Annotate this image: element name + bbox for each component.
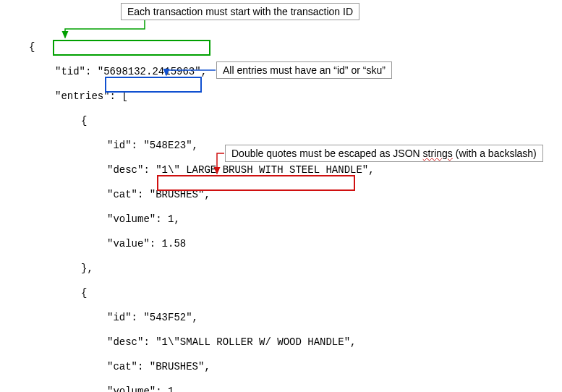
code-desc-key: "desc": [107, 336, 156, 348]
annotation-escape-suffix: (with a backslash) [453, 148, 537, 159]
code-line: "entries": [ [29, 90, 375, 103]
code-line: "desc": "1\" LARGE BRUSH WITH STEEL HAND… [29, 164, 375, 176]
code-line: "volume": 1, [29, 385, 375, 392]
json-code-block: { "tid": "5698132.2415963", "entries": [… [29, 29, 375, 392]
code-line: "cat": "BRUSHES", [29, 361, 375, 373]
annotation-tid: Each transaction must start with the tra… [121, 3, 359, 20]
code-line: "id": "543F52", [29, 312, 375, 324]
code-line: { [29, 115, 375, 127]
code-line: { [29, 287, 375, 299]
code-line: { [29, 41, 375, 54]
code-line: }, [29, 263, 375, 275]
code-line: "value": 1.58 [29, 238, 375, 250]
code-line-tid: "tid": "5698132.2415963", [29, 66, 375, 78]
annotation-escape-squiggle: strings [423, 148, 453, 159]
code-line: "cat": "BRUSHES", [29, 189, 375, 201]
code-line-id: "id": "548E23", [29, 140, 375, 152]
diagram-canvas: Each transaction must start with the tra… [0, 0, 562, 392]
code-line: "volume": 1, [29, 213, 375, 226]
code-desc-value: "1\"SMALL ROLLER W/ WOOD HANDLE", [156, 336, 356, 348]
code-line-desc: "desc": "1\"SMALL ROLLER W/ WOOD HANDLE"… [29, 336, 375, 349]
